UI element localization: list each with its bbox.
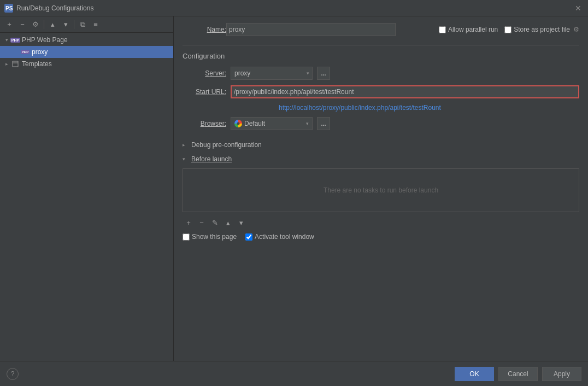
debug-pre-config-header[interactable]: ▸ Debug pre-configuration [183,139,579,151]
config-toolbar: + − ⚙ ▴ ▾ ⧉ ≡ [0,16,173,33]
before-launch-edit-button[interactable]: ✎ [209,217,221,229]
top-options: Allow parallel run Store as project file… [439,26,579,33]
toolbar-divider-2 [74,20,74,29]
php-web-page-label: PHP Web Page [22,36,68,44]
footer-left: ? [7,368,19,380]
app-icon: PS [4,4,13,13]
debug-pre-config-label: Debug pre-configuration [191,141,262,149]
templates-icon [11,60,20,68]
browser-value: Default [244,120,265,127]
before-launch-content: There are no tasks to run before launch [183,168,579,212]
ok-button[interactable]: OK [455,367,494,381]
server-label: Server: [183,69,226,77]
server-select-wrapper: proxy ▾ [231,67,313,80]
before-launch-toolbar: + − ✎ ▴ ▾ [183,215,579,230]
expand-arrow[interactable]: ▾ [2,36,11,44]
copy-config-button[interactable]: ⧉ [77,19,89,31]
name-row: Name: Allow parallel run Store as projec… [183,23,579,36]
browser-select-wrapper: Default ▾ [231,117,313,130]
title-bar: PS Run/Debug Configurations ✕ [0,0,588,16]
browser-row: Browser: Default ▾ ... [183,117,579,130]
footer-right: OK Cancel Apply [455,367,581,381]
name-field-label: Name: [183,26,226,33]
activate-tool-checkbox[interactable] [245,233,252,241]
settings-config-button[interactable]: ⚙ [30,19,42,31]
configuration-section-title: Configuration [183,52,579,60]
server-select[interactable]: proxy [231,67,313,80]
bottom-options: Show this page Activate tool window [183,233,579,241]
apply-button[interactable]: Apply [542,367,581,381]
store-as-project-label: Store as project file [514,26,570,33]
footer: ? OK Cancel Apply [0,361,588,386]
show-page-label: Show this page [192,233,237,241]
proxy-icon: PHP [21,48,30,56]
before-launch-header[interactable]: ▾ Before launch [183,153,579,165]
allow-parallel-row: Allow parallel run [439,26,498,33]
toolbar-divider-1 [44,20,44,29]
proxy-label: proxy [32,48,48,56]
sort-config-button[interactable]: ≡ [90,19,102,31]
before-launch-add-button[interactable]: + [183,217,195,229]
before-launch-up-button[interactable]: ▴ [222,217,234,229]
close-button[interactable]: ✕ [573,3,584,14]
tree-group-php-web-page[interactable]: ▾ PHP PHP Web Page [0,34,173,46]
left-panel: + − ⚙ ▴ ▾ ⧉ ≡ ▾ PHP PHP Web Page [0,16,174,361]
help-button[interactable]: ? [7,368,19,380]
store-as-project-row: Store as project file ⚙ [504,26,579,33]
tree-group-templates[interactable]: ▸ Templates [0,58,173,70]
activate-tool-row: Activate tool window [245,233,314,241]
no-tasks-label: There are no tasks to run before launch [324,186,438,194]
tree-item-proxy[interactable]: ▸ PHP proxy [0,46,173,58]
move-down-button[interactable]: ▾ [60,19,72,31]
name-input[interactable] [226,23,396,36]
store-as-project-checkbox[interactable] [504,26,511,33]
server-ellipsis-button[interactable]: ... [317,67,330,80]
templates-expand-arrow[interactable]: ▸ [2,60,11,68]
before-launch-down-button[interactable]: ▾ [235,217,247,229]
window-title: Run/Debug Configurations [16,4,573,12]
config-divider [183,45,579,45]
browser-ellipsis-button[interactable]: ... [317,117,330,130]
before-launch-remove-button[interactable]: − [196,217,208,229]
start-url-label: Start URL: [183,88,226,96]
start-url-row: Start URL: [183,85,579,98]
server-row: Server: proxy ▾ ... [183,67,579,80]
debug-collapse-arrow-icon: ▸ [183,142,189,148]
cancel-button[interactable]: Cancel [498,367,538,381]
allow-parallel-checkbox[interactable] [439,26,446,33]
start-url-input[interactable] [231,85,579,98]
allow-parallel-label: Allow parallel run [448,26,498,33]
store-as-project-gear-icon[interactable]: ⚙ [573,26,579,33]
before-launch-section: ▾ Before launch There are no tasks to ru… [183,153,579,230]
svg-text:PS: PS [5,5,13,11]
add-config-button[interactable]: + [3,19,15,31]
before-launch-arrow-icon: ▾ [183,156,189,162]
activate-tool-label: Activate tool window [255,233,314,241]
show-page-checkbox[interactable] [183,233,190,241]
before-launch-label: Before launch [191,155,232,163]
php-web-page-icon: PHP [11,36,20,44]
move-up-button[interactable]: ▴ [46,19,58,31]
browser-select-arrow-icon: ▾ [306,121,309,126]
remove-config-button[interactable]: − [16,19,28,31]
browser-label: Browser: [183,120,226,127]
url-hint-link[interactable]: http://localhost/proxy/public/index.php/… [279,104,441,112]
config-tree: ▾ PHP PHP Web Page ▸ PHP proxy ▸ [0,33,173,361]
right-panel: Name: Allow parallel run Store as projec… [174,16,588,361]
templates-label: Templates [22,60,52,68]
show-page-row: Show this page [183,233,237,241]
chrome-icon [234,120,242,127]
